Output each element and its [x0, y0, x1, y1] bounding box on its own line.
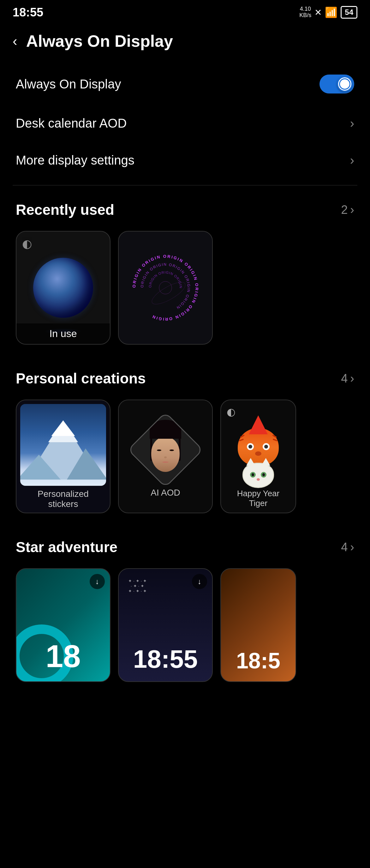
star-adventure-section: Star adventure 4 › ↓ 18: [0, 526, 370, 694]
star-adventure-chevron: ›: [350, 540, 354, 554]
portrait-inner: [140, 420, 191, 480]
star-card-warm-time: 18:5: [221, 650, 296, 672]
mountain-image: [20, 404, 106, 486]
personal-creations-section: Personal creations 4 ›: [0, 357, 370, 526]
star-card-dark[interactable]: ↓ ✦ · ✦ · ✦ · ✦ · ✦✦ · ✦ · ✦ 18:55: [118, 568, 213, 682]
tiger-card[interactable]: ◐: [221, 400, 296, 513]
chevron-right-icon: ›: [350, 116, 354, 130]
ai-aod-frame: [134, 415, 197, 485]
toggle-track: [319, 74, 354, 93]
always-on-display-item[interactable]: Always On Display: [0, 63, 370, 105]
stars-decoration: ✦ · ✦ · ✦ · ✦ · ✦✦ · ✦ · ✦: [128, 578, 147, 593]
origin-card-wrapper: ORIGIN ORIGIN ORIGIN ORIGIN ORIGIN ORIGI…: [118, 231, 213, 345]
download-badge-dark[interactable]: ↓: [192, 574, 207, 589]
star-card-teal-wrapper: ↓ 18: [16, 568, 110, 682]
back-button[interactable]: ‹: [9, 33, 21, 49]
personalized-stickers-label: Personalizedstickers: [38, 489, 89, 509]
recently-used-chevron: ›: [350, 203, 354, 217]
star-adventure-cards: ↓ 18 ↓ ✦ · ✦ · ✦ · ✦ · ✦✦ · ✦ · ✦ 18:55: [0, 562, 370, 694]
star-card-warm-wrapper: 18:5: [221, 568, 296, 682]
wifi-icon: 📶: [325, 6, 337, 18]
personal-creations-chevron: ›: [350, 372, 354, 385]
tiger-card-wrapper: ◐: [221, 400, 296, 513]
origin-svg: ORIGIN ORIGIN ORIGIN ORIGIN ORIGIN ORIGI…: [128, 250, 203, 326]
toggle-thumb: [337, 76, 352, 92]
recently-used-count[interactable]: 2 ›: [341, 203, 354, 217]
personalized-stickers-wrapper: Personalizedstickers: [16, 400, 110, 513]
moon-phase-icon: ◐: [22, 237, 32, 250]
page-title: Always On Display: [26, 32, 173, 51]
desk-calendar-aod-label: Desk calendar AOD: [16, 116, 127, 130]
recently-used-section: Recently used 2 › ◐ In use: [0, 189, 370, 357]
tiger-label: Happy YearTiger: [237, 489, 279, 508]
personal-creations-cards: Personalizedstickers: [0, 393, 370, 526]
moon-image: [33, 258, 93, 318]
moon-card-inner: ◐ In use: [16, 231, 110, 344]
tiger-head: [238, 428, 279, 466]
personal-creations-count-number: 4: [341, 372, 347, 385]
ai-aod-label: AI AOD: [150, 488, 180, 497]
star-card-warm[interactable]: 18:5: [221, 568, 296, 682]
recently-used-header: Recently used 2 ›: [0, 189, 370, 224]
personal-creations-header: Personal creations 4 ›: [0, 357, 370, 393]
status-bar: 18:55 4.10 KB/s ✕ 📶 54: [0, 0, 370, 22]
more-display-settings-label: More display settings: [16, 153, 134, 167]
ai-aod-wrapper: AI AOD: [118, 400, 213, 513]
personal-creations-count[interactable]: 4 ›: [341, 372, 354, 385]
toggle-thumb-inner: [339, 78, 350, 90]
recently-used-cards: ◐ In use: [0, 224, 370, 357]
origin-card[interactable]: ORIGIN ORIGIN ORIGIN ORIGIN ORIGIN ORIGI…: [118, 231, 213, 345]
star-card-teal-number: 18: [16, 640, 110, 672]
download-icon-teal: ↓: [95, 577, 99, 586]
network-speed: 4.10 KB/s: [299, 6, 311, 19]
svg-text:ORIGIN ORIGIN ORIGIN ORIGIN OR: ORIGIN ORIGIN ORIGIN ORIGIN ORIGIN: [140, 262, 191, 310]
personal-creations-title: Personal creations: [16, 370, 146, 387]
svg-text:ORIGIN ORIGIN ORIGIN: ORIGIN ORIGIN ORIGIN: [148, 270, 183, 289]
always-on-display-toggle[interactable]: [319, 74, 354, 93]
ai-aod-card[interactable]: AI AOD: [118, 400, 213, 513]
tiger-illustration: [230, 422, 287, 491]
recently-used-count-number: 2: [341, 203, 347, 217]
star-card-dark-time: 18:55: [119, 647, 212, 672]
in-use-label: In use: [16, 323, 110, 344]
star-adventure-title: Star adventure: [16, 538, 117, 556]
personalized-stickers-card[interactable]: Personalizedstickers: [16, 400, 110, 513]
always-on-display-label: Always On Display: [16, 77, 121, 91]
face: [151, 437, 180, 472]
more-display-settings-item[interactable]: More display settings ›: [0, 142, 370, 179]
origin-card-inner: ORIGIN ORIGIN ORIGIN ORIGIN ORIGIN ORIGI…: [119, 231, 212, 344]
battery-icon: 54: [341, 6, 357, 19]
star-adventure-count-number: 4: [341, 540, 347, 554]
status-time: 18:55: [13, 6, 43, 19]
star-adventure-count[interactable]: 4 ›: [341, 540, 354, 554]
tiger-hat: [249, 415, 268, 434]
download-icon-dark: ↓: [198, 577, 201, 586]
page-header: ‹ Always On Display: [0, 22, 370, 60]
moon-icon-tiger: ◐: [227, 406, 236, 418]
diamond-container: [128, 412, 203, 488]
status-icons: 4.10 KB/s ✕ 📶 54: [299, 6, 357, 19]
section-divider: [13, 185, 357, 185]
sim-icon: ✕: [314, 7, 322, 18]
svg-marker-7: [52, 421, 75, 436]
moon-card[interactable]: ◐ In use: [16, 231, 110, 345]
settings-list: Always On Display Desk calendar AOD › Mo…: [0, 60, 370, 182]
hair-top: [149, 420, 181, 439]
star-adventure-header: Star adventure 4 ›: [0, 526, 370, 562]
chevron-right-icon-2: ›: [350, 153, 354, 167]
star-card-dark-wrapper: ↓ ✦ · ✦ · ✦ · ✦ · ✦✦ · ✦ · ✦ 18:55: [118, 568, 213, 682]
desk-calendar-aod-item[interactable]: Desk calendar AOD ›: [0, 105, 370, 142]
download-badge-teal[interactable]: ↓: [90, 574, 105, 589]
moon-card-wrapper: ◐ In use: [16, 231, 110, 345]
recently-used-title: Recently used: [16, 201, 114, 218]
cat-face: [242, 463, 274, 488]
star-card-teal[interactable]: ↓ 18: [16, 568, 110, 682]
